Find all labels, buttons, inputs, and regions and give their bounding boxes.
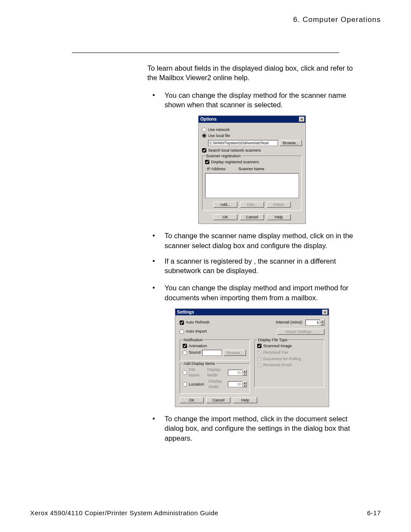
sound-browse-button[interactable]: Browse...	[224, 350, 246, 356]
add-button[interactable]: Add...	[213, 202, 237, 208]
location-label: Location	[189, 382, 204, 387]
doc-polling-checkbox[interactable]	[257, 357, 262, 361]
sound-input[interactable]	[202, 350, 222, 356]
use-local-radio[interactable]	[202, 134, 206, 138]
auto-import-label: Auto Import	[186, 329, 207, 334]
animation-label: Animation	[189, 343, 207, 349]
local-path-input[interactable]	[208, 140, 278, 146]
settings-titlebar: Settings ×	[175, 309, 329, 316]
interval-input[interactable]	[305, 320, 320, 326]
import-settings-button[interactable]: Import Settings ...	[277, 329, 324, 335]
bullet-change-import: You can change the display method and im…	[147, 283, 357, 302]
location-width-spinner[interactable]: ▲▼	[228, 381, 247, 387]
cancel-button[interactable]: Cancel	[240, 214, 264, 220]
display-registered-label: Display registered scanners	[211, 159, 259, 165]
main-content: To learn about fields in the displayed d…	[147, 63, 357, 443]
doc-polling-label: Document for Polling	[263, 356, 301, 362]
notification-legend: Notification	[183, 337, 204, 342]
close-icon[interactable]: ×	[322, 310, 328, 315]
settings-dialog: Settings × Auto Refresh Interval (mins):…	[175, 308, 329, 407]
location-width-input[interactable]	[228, 381, 243, 387]
display-filetype-legend: Display File Type	[257, 337, 288, 342]
scanner-name-col: Scanner Name	[238, 166, 264, 171]
received-fax-checkbox[interactable]	[257, 350, 262, 355]
filename-label: File Name	[189, 367, 203, 378]
chapter-header: 6. Computer Operations	[28, 16, 383, 28]
filename-checkbox[interactable]	[183, 370, 187, 375]
scanner-registration-legend: Scanner registration	[205, 153, 242, 159]
settings-help-button[interactable]: Help	[233, 397, 257, 403]
received-fax-label: Received Fax	[263, 350, 288, 355]
footer-page: 6-17	[367, 509, 381, 516]
auto-refresh-checkbox[interactable]	[180, 320, 184, 325]
section-rule	[72, 53, 339, 53]
intro-text-a: To learn about fields in the displayed d…	[147, 64, 317, 72]
search-local-label: Search local network scanners	[208, 148, 261, 153]
add-display-legend: Add Display Items	[183, 361, 216, 366]
auto-refresh-label: Auto Refresh	[186, 320, 209, 325]
ip-address-col: IP Address	[207, 166, 225, 171]
sound-label: Sound	[189, 350, 200, 355]
interval-spinner[interactable]: ▲▼	[305, 320, 324, 326]
delete-button[interactable]: Delete	[267, 202, 291, 208]
bullet-registered-scanner: If a scanner is registered by , the scan…	[147, 256, 357, 276]
settings-title: Settings	[177, 309, 194, 315]
bullet-change-import-method: To change the import method, click in th…	[147, 414, 357, 443]
location-checkbox[interactable]	[183, 382, 187, 386]
scanner-list[interactable]	[205, 173, 299, 198]
close-icon[interactable]: ×	[299, 117, 305, 122]
received-email-checkbox[interactable]	[257, 363, 262, 367]
filename-width-spinner[interactable]: ▲▼	[228, 370, 247, 376]
options-dialog: Options × Use network Use local file Bro…	[198, 115, 306, 224]
sound-checkbox[interactable]	[183, 351, 187, 355]
interval-label: Interval (mins):	[276, 320, 303, 325]
use-network-label: Use network	[208, 127, 230, 132]
use-local-label: Use local file	[208, 133, 230, 138]
scanned-image-label: Scanned Image	[263, 343, 292, 349]
page-footer: Xerox 4590/4110 Copier/Printer System Ad…	[30, 509, 381, 516]
scanned-image-checkbox[interactable]	[257, 344, 262, 348]
settings-ok-button[interactable]: OK	[180, 397, 204, 403]
filename-width-input[interactable]	[228, 370, 243, 376]
footer-left: Xerox 4590/4110 Copier/Printer System Ad…	[30, 509, 218, 516]
settings-cancel-button[interactable]: Cancel	[206, 397, 230, 403]
use-network-radio[interactable]	[202, 128, 206, 132]
received-email-label: Received Email	[263, 362, 292, 368]
options-title: Options	[200, 116, 217, 122]
intro-paragraph: To learn about fields in the displayed d…	[147, 63, 357, 83]
display-registered-checkbox[interactable]	[205, 160, 209, 164]
edit-button[interactable]: Edit...	[240, 202, 264, 208]
bullet-change-scanner-name: To change the scanner name display metho…	[147, 231, 357, 250]
display-width-label-2: Display Width	[209, 379, 226, 390]
animation-checkbox[interactable]	[183, 344, 187, 348]
ok-button[interactable]: OK	[213, 214, 237, 220]
help-button[interactable]: Help	[267, 214, 291, 220]
browse-button[interactable]: Browse...	[280, 140, 302, 146]
display-width-label-1: Display Width	[207, 367, 226, 378]
auto-import-checkbox[interactable]	[180, 330, 184, 334]
options-titlebar: Options ×	[199, 116, 305, 123]
bullet-display-method: You can change the display method for th…	[147, 90, 357, 110]
search-local-checkbox[interactable]	[202, 148, 206, 152]
